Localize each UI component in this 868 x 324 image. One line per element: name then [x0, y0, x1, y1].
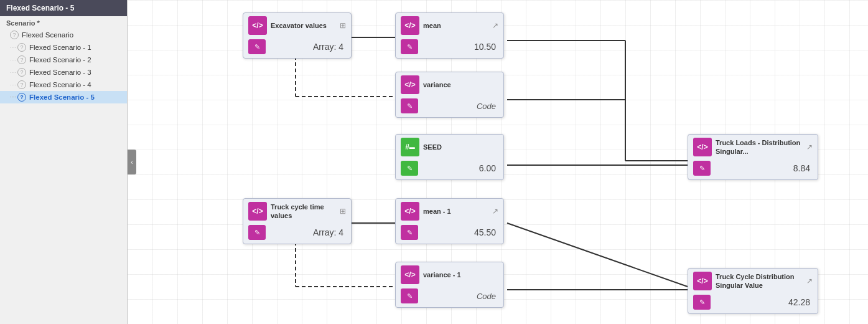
variance1-code-icon: </>	[401, 265, 419, 284]
truck-loads-chart-icon[interactable]: ↗	[806, 143, 813, 151]
collapse-button[interactable]: ‹	[128, 150, 136, 174]
node-excavator: </> Excavator values ⊞ ✎ Array: 4	[243, 12, 352, 59]
mean1-title: mean - 1	[423, 207, 488, 216]
sidebar-item-0[interactable]: ? Flexed Scenario	[0, 29, 127, 41]
node-truck-cycle-dist-header: </> Truck Cycle Distribution Singular Va…	[688, 269, 818, 293]
mean1-code-icon: </>	[401, 202, 419, 221]
mean1-chart-icon[interactable]: ↗	[492, 207, 498, 216]
seed-body: ✎ 6.00	[396, 160, 503, 179]
sidebar: Flexed Scenario - 5 Scenario * ? Flexed …	[0, 0, 128, 324]
variance-code-icon: </>	[401, 75, 419, 94]
dots-4: ····	[10, 82, 16, 88]
help-icon-1: ?	[17, 43, 26, 52]
sidebar-item-label-1: Flexed Scenario - 1	[29, 44, 91, 51]
sidebar-item-label-3: Flexed Scenario - 3	[29, 69, 91, 76]
node-truck-loads-header: </> Truck Loads - Distribution Singular.…	[688, 135, 818, 160]
truck-cycle-title: Truck cycle time values	[271, 202, 336, 221]
mean-value: 10.50	[418, 42, 496, 52]
node-variance1-header: </> variance - 1	[396, 262, 503, 287]
mean-title: mean	[423, 21, 488, 30]
sidebar-item-2[interactable]: ···· ? Flexed Scenario - 2	[0, 54, 127, 66]
variance1-title: variance - 1	[423, 270, 498, 279]
node-excavator-header: </> Excavator values ⊞	[243, 13, 351, 38]
node-mean: </> mean ↗ ✎ 10.50	[395, 12, 504, 59]
dots-3: ····	[10, 69, 16, 75]
sidebar-item-3[interactable]: ···· ? Flexed Scenario - 3	[0, 66, 127, 79]
node-mean-header: </> mean ↗	[396, 13, 503, 38]
truck-cycle-dist-title: Truck Cycle Distribution Singular Value	[716, 272, 803, 290]
mean1-value: 45.50	[418, 227, 496, 237]
truck-cycle-dist-code-icon: </>	[693, 272, 712, 290]
mean1-edit-icon[interactable]: ✎	[401, 225, 418, 240]
main-canvas: ‹ </> Excavator values ⊞ ✎	[128, 0, 868, 324]
truck-cycle-dist-value: 42.28	[711, 297, 810, 307]
sidebar-item-label-0: Flexed Scenario	[22, 31, 73, 39]
truck-cycle-value: Array: 4	[266, 227, 343, 237]
mean-body: ✎ 10.50	[396, 38, 503, 58]
sidebar-item-label-2: Flexed Scenario - 2	[29, 56, 91, 64]
sidebar-header: Flexed Scenario - 5	[0, 0, 127, 16]
variance-value: Code	[418, 102, 496, 111]
variance-title: variance	[423, 80, 498, 89]
seed-edit-icon[interactable]: ✎	[401, 161, 418, 176]
node-truck-cycle-dist: </> Truck Cycle Distribution Singular Va…	[688, 268, 818, 314]
help-icon-2: ?	[17, 55, 26, 64]
dots-2: ····	[10, 57, 16, 63]
sidebar-item-4[interactable]: ···· ? Flexed Scenario - 4	[0, 79, 127, 91]
dots-1: ····	[10, 44, 16, 50]
truck-loads-code-icon: </>	[693, 138, 712, 156]
help-icon-3: ?	[17, 68, 26, 77]
variance1-edit-icon[interactable]: ✎	[401, 288, 418, 303]
excavator-title: Excavator values	[271, 21, 336, 30]
dots-5: ····	[10, 94, 16, 100]
seed-value: 6.00	[418, 163, 496, 173]
sidebar-item-5[interactable]: ···· ? Flexed Scenario - 5	[0, 91, 127, 103]
mean-code-icon: </>	[401, 16, 419, 35]
sidebar-item-label-5: Flexed Scenario - 5	[29, 93, 95, 101]
truck-loads-edit-icon[interactable]: ✎	[693, 161, 711, 176]
truck-cycle-dist-edit-icon[interactable]: ✎	[693, 295, 711, 310]
mean1-body: ✎ 45.50	[396, 224, 503, 244]
truck-cycle-dist-body: ✎ 42.28	[688, 293, 818, 313]
node-variance-header: </> variance	[396, 72, 503, 97]
sidebar-section-label: Scenario *	[0, 16, 127, 29]
excavator-table-icon[interactable]: ⊞	[340, 21, 346, 30]
node-seed-header: #▬ SEED	[396, 135, 503, 160]
node-truck-cycle-header: </> Truck cycle time values ⊞	[243, 199, 351, 224]
truck-cycle-body: ✎ Array: 4	[243, 224, 351, 244]
excavator-value: Array: 4	[266, 42, 343, 52]
excavator-code-icon: </>	[248, 16, 267, 35]
seed-hash-icon: #▬	[401, 138, 419, 156]
sidebar-item-1[interactable]: ···· ? Flexed Scenario - 1	[0, 41, 127, 54]
node-mean1: </> mean - 1 ↗ ✎ 45.50	[395, 198, 504, 244]
node-seed: #▬ SEED ✎ 6.00	[395, 134, 504, 180]
truck-loads-title: Truck Loads - Distribution Singular...	[716, 138, 803, 156]
truck-cycle-dist-chart-icon[interactable]: ↗	[806, 277, 813, 285]
excavator-body: ✎ Array: 4	[243, 38, 351, 58]
node-variance1: </> variance - 1 ✎ Code	[395, 262, 504, 308]
truck-cycle-code-icon: </>	[248, 202, 267, 221]
truck-loads-body: ✎ 8.84	[688, 160, 818, 179]
seed-title: SEED	[423, 143, 498, 151]
node-variance: </> variance ✎ Code	[395, 72, 504, 118]
variance1-body: ✎ Code	[396, 287, 503, 307]
excavator-edit-icon[interactable]: ✎	[248, 39, 266, 54]
variance1-value: Code	[418, 292, 496, 301]
variance-edit-icon[interactable]: ✎	[401, 98, 418, 113]
help-icon-5: ?	[17, 93, 26, 102]
mean-edit-icon[interactable]: ✎	[401, 39, 418, 54]
svg-line-11	[507, 223, 688, 287]
truck-cycle-table-icon[interactable]: ⊞	[340, 207, 346, 216]
node-mean1-header: </> mean - 1 ↗	[396, 199, 503, 224]
mean-chart-icon[interactable]: ↗	[492, 21, 498, 30]
sidebar-item-label-4: Flexed Scenario - 4	[29, 81, 91, 88]
help-icon-4: ?	[17, 80, 26, 89]
truck-cycle-edit-icon[interactable]: ✎	[248, 225, 266, 240]
variance-body: ✎ Code	[396, 97, 503, 117]
node-truck-cycle: </> Truck cycle time values ⊞ ✎ Array: 4	[243, 198, 352, 244]
node-truck-loads: </> Truck Loads - Distribution Singular.…	[688, 134, 818, 180]
truck-loads-value: 8.84	[711, 163, 810, 173]
help-icon-0: ?	[10, 31, 19, 39]
